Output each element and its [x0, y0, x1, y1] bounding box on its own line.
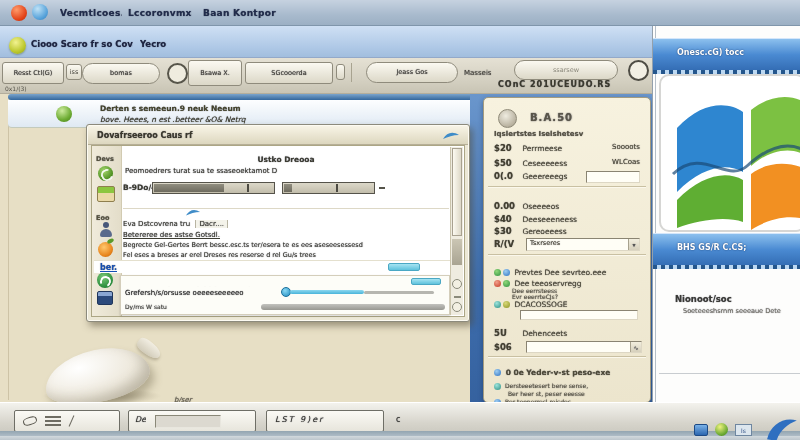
address-box[interactable]: Resst Ctl(G) [2, 62, 64, 84]
tray-icon-blue[interactable] [694, 424, 708, 436]
stat-value: $40 [494, 214, 520, 224]
progress-prefix: B-9Do/4 [123, 183, 153, 192]
stat-right: WLCoas [612, 158, 640, 166]
stat-value: 5U [494, 328, 520, 338]
tray-icon-box[interactable]: ls [735, 424, 752, 436]
mouse-glyph-icon [22, 415, 38, 427]
sidebar-card: B.A.50 Iqslertstes Iselshetesv $20 Perrm… [483, 97, 651, 403]
bottom-bar: De LST 9)er c ls [0, 402, 800, 440]
toolbar-chip-button[interactable]: iss [66, 64, 82, 80]
list-label: 0 0e Yeder-v-st peso-exe [506, 368, 611, 377]
tray-icon-orb[interactable] [715, 423, 728, 436]
windows-logo-box [659, 74, 800, 232]
panel-header-2[interactable]: BHS GS/R C.CS; [653, 233, 800, 269]
gutter-label-1: Devs [96, 155, 120, 163]
stat-row: 0.00 Oseeeeos [494, 201, 644, 213]
list-label: Dersteeetesert bene sense, [505, 382, 588, 389]
progress-end-tick [379, 187, 385, 189]
stat-label: Gereoeeess [522, 227, 566, 236]
toolbar-pill-button-2[interactable]: Jeass Gos [366, 62, 458, 83]
slider-track [364, 291, 434, 294]
list-label: Prevtes Dee sevrteo.eee [514, 268, 606, 277]
active-download-row: Brereressel cursed GSCELresv Greesrs/G [125, 278, 405, 287]
download-row[interactable]: Betereree des astse Gotsdl. [123, 231, 449, 239]
desktop: Vecmtlcoes. Lccoronvmxar Baan Kontpor Ci… [0, 0, 800, 440]
notice-icon [56, 106, 72, 122]
stat-value: 0.00 [494, 201, 520, 211]
chevron-down-icon[interactable]: ∿ [630, 342, 641, 352]
stat-value: $30 [494, 226, 520, 236]
transfer-caption: Dy/ms W satu [125, 303, 215, 310]
dialog-titlebar[interactable]: Dovafrseeroo Caus rf [88, 126, 468, 145]
recycle-icon [98, 166, 113, 181]
sidebar-dropdown[interactable]: Tsxrseres▾ [526, 238, 640, 251]
list-label: Dehenceets [522, 329, 567, 338]
toolbar-label: Masseis [464, 69, 508, 77]
bottom-strip-light [0, 436, 800, 440]
scrollbar-shade [452, 239, 462, 265]
titlebar-item-1[interactable]: Vecmtlcoes. [60, 8, 122, 18]
progress-tick [336, 184, 338, 192]
app-blue-icon[interactable] [32, 4, 48, 20]
divider [488, 186, 646, 188]
panel-body-text: Soeteeeshsrnm seeeaue Dete [683, 307, 797, 315]
stat-input[interactable] [586, 171, 640, 183]
fruit-icon [98, 242, 113, 257]
progress-bar-1 [152, 182, 275, 194]
toolbar-small-button[interactable] [336, 64, 345, 80]
profile-name: B.A.50 [530, 112, 630, 123]
download-link[interactable]: ber. [100, 263, 117, 272]
download-row[interactable]: Eva Dstcovrena tru Dacr.... [123, 220, 449, 228]
taskbar-inner-box [155, 415, 221, 428]
chevron-down-icon[interactable]: ▾ [628, 239, 639, 250]
notice-line-1: Derten s semeeun.9 neuk Neeum [100, 104, 330, 113]
sidebar-header: COnC 201UCEUDO.RS [498, 80, 618, 89]
stat-row: $30 Gereoeeess [494, 226, 644, 238]
toolbar-button-1[interactable]: Bsawa X. [188, 60, 242, 86]
taskbar-after-label: c [396, 415, 406, 424]
list-item: $06 ∿ [494, 342, 644, 354]
bullet-icon [494, 280, 501, 287]
toolbar-wide-button[interactable]: SGcooerda [245, 62, 333, 84]
dialog-corner-icon[interactable] [442, 130, 460, 140]
bullet-icon [494, 383, 501, 390]
taskbar-box-1[interactable] [14, 410, 120, 432]
transfer-progress-bar [261, 304, 445, 310]
toolbar-circle-icon[interactable] [167, 63, 188, 84]
dialog-body: Devs Eoo Ustko Dreooa Peomoedrers turat … [91, 145, 465, 317]
stat-row: $40 Deeseeeneess [494, 214, 644, 226]
download-row: Fel eses a breses ar erel Dreses res res… [123, 251, 449, 259]
person-icon [99, 221, 113, 237]
dialog-scrollbar[interactable] [450, 147, 463, 315]
taskbar-box-2[interactable]: De [128, 410, 256, 432]
stat-value: 0(.0 [494, 171, 520, 181]
window-titlebar: Vecmtlcoes. Lccoronvmxar Baan Kontpor [0, 0, 800, 26]
download-item-title: Ustko Dreooa [123, 155, 449, 164]
menu-item-1[interactable]: Ciooo Scaro fr so Covar [31, 39, 133, 49]
menu-orb-icon[interactable] [9, 37, 26, 54]
taskbar-box-3[interactable]: LST 9)er [266, 410, 384, 432]
progress-fill [284, 184, 292, 192]
refresh-icon[interactable] [628, 60, 649, 81]
toolbar-pill-button-1[interactable]: bomas [82, 63, 160, 84]
download-dialog: Dovafrseeroo Caus rf Devs Eoo Ustko Dreo… [86, 124, 470, 322]
active-download-group: Brereressel cursed GSCELresv Greesrs/G G… [120, 275, 450, 315]
row-box: Dacr.... [195, 220, 228, 228]
bullet-icon [494, 369, 501, 376]
corner-swoosh-icon[interactable] [762, 415, 800, 440]
list-label: Evr eeerrteCJs? [512, 293, 558, 300]
sidebar-input[interactable]: ∿ [526, 341, 642, 353]
titlebar-item-3[interactable]: Baan Kontpor [203, 8, 277, 18]
toolbar-pill-button-3[interactable]: ssarsew [514, 60, 618, 80]
scroll-round-button[interactable] [452, 302, 462, 312]
titlebar-item-2[interactable]: Lccoronvmxar [128, 8, 192, 18]
sidebar-input-empty[interactable] [520, 310, 638, 320]
panel-header-1[interactable]: Onesc.cG) tocc [653, 38, 800, 74]
scrollbar-thumb[interactable] [452, 148, 462, 236]
scroll-round-button[interactable] [452, 279, 462, 289]
menu-item-2[interactable]: Yecro [140, 39, 170, 49]
bullet-icon [503, 280, 510, 287]
app-red-icon[interactable] [11, 5, 27, 21]
divider [488, 254, 646, 256]
stat-value: $50 [494, 158, 520, 168]
